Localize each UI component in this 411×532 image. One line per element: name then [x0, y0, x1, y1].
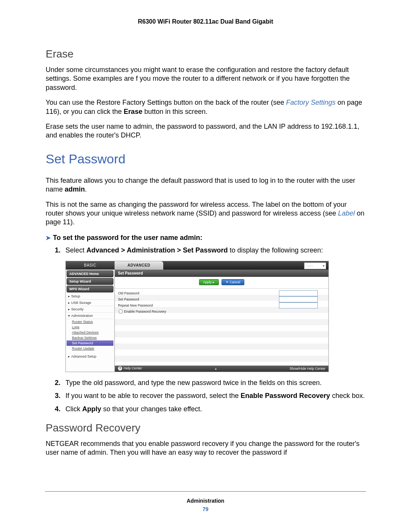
enable-recovery-label: Enable Password Recovery — [124, 310, 166, 313]
sidebar-setup[interactable]: ▸Setup — [67, 293, 113, 300]
sidebar-advanced-setup[interactable]: ▸Advanced Setup — [67, 353, 113, 359]
erase-para-2: You can use the Restore Factory Settings… — [46, 98, 365, 116]
recovery-para-1: NETGEAR recommends that you enable passw… — [46, 439, 365, 457]
old-password-label: Old Password — [118, 291, 279, 295]
step-3: 3. If you want to be able to recover the… — [55, 391, 365, 400]
sidebar-usb-storage[interactable]: ▸USB Storage — [67, 300, 113, 306]
toggle-help-center[interactable]: Show/Hide Help Center — [290, 367, 325, 371]
repeat-password-input[interactable] — [279, 302, 318, 308]
label-link[interactable]: Label — [338, 209, 355, 217]
sidebar-wps-wizard[interactable]: WPS Wizard — [67, 286, 113, 292]
help-center-button[interactable]: ?Help Center — [118, 366, 142, 371]
footer-rule — [45, 491, 366, 492]
step-2: 2. Type the old password, and type the n… — [55, 378, 365, 387]
expand-up-icon[interactable]: ▲ — [214, 367, 218, 371]
step-4: 4. Click Apply so that your changes take… — [55, 404, 365, 414]
password-recovery-heading: Password Recovery — [46, 422, 365, 434]
procedure-heading: ➤To set the password for the user name a… — [46, 234, 365, 242]
erase-para-3: Erase sets the user name to admin, the p… — [46, 122, 365, 140]
sidebar-advanced-home[interactable]: ADVANCED Home — [67, 270, 113, 277]
repeat-password-label: Repeat New Password — [118, 304, 279, 307]
setpw-para-1: This feature allows you to change the de… — [46, 176, 365, 194]
enable-recovery-checkbox[interactable] — [119, 310, 123, 313]
page-number: 79 — [0, 506, 411, 512]
erase-heading: Erase — [46, 48, 365, 60]
sidebar-backup-settings[interactable]: Backup Settings — [67, 335, 113, 340]
tab-basic[interactable]: BASIC — [66, 261, 115, 270]
sidebar-router-update[interactable]: Router Update — [67, 346, 113, 351]
router-admin-screenshot: BASIC ADVANCED Auto ADVANCED Home Setup … — [65, 261, 329, 372]
factory-settings-link[interactable]: Factory Settings — [286, 99, 336, 106]
help-icon: ? — [118, 366, 122, 371]
sidebar-security[interactable]: ▸Security — [67, 306, 113, 313]
tab-advanced[interactable]: ADVANCED — [115, 261, 163, 270]
new-password-label: Set Password — [118, 297, 279, 301]
apply-button[interactable]: Apply ▸ — [199, 279, 219, 285]
step-1: 1. Select Advanced > Administration > Se… — [55, 246, 365, 255]
sidebar-administration[interactable]: ▾Administration — [67, 313, 113, 319]
sidebar: ADVANCED Home Setup Wizard WPS Wizard ▸S… — [66, 270, 115, 372]
panel-title: Set Password — [115, 270, 328, 277]
new-password-input[interactable] — [279, 296, 318, 302]
document-title: R6300 WiFi Router 802.11ac Dual Band Gig… — [46, 18, 365, 25]
sidebar-set-password[interactable]: Set Password — [67, 340, 113, 346]
erase-para-1: Under some circumstances you might want … — [46, 66, 365, 92]
language-select[interactable]: Auto — [304, 262, 326, 269]
setpw-para-2: This is not the same as changing the pas… — [46, 200, 365, 227]
set-password-heading: Set Password — [46, 152, 365, 166]
sidebar-logs[interactable]: Logs — [67, 324, 113, 330]
cancel-button[interactable]: ✕ Cancel — [221, 279, 245, 285]
footer-chapter: Administration — [0, 498, 411, 504]
chevron-right-icon: ➤ — [46, 235, 51, 241]
sidebar-attached-devices[interactable]: Attached Devices — [67, 330, 113, 335]
sidebar-setup-wizard[interactable]: Setup Wizard — [67, 278, 113, 285]
sidebar-router-status[interactable]: Router Status — [67, 319, 113, 324]
old-password-input[interactable] — [279, 290, 318, 296]
